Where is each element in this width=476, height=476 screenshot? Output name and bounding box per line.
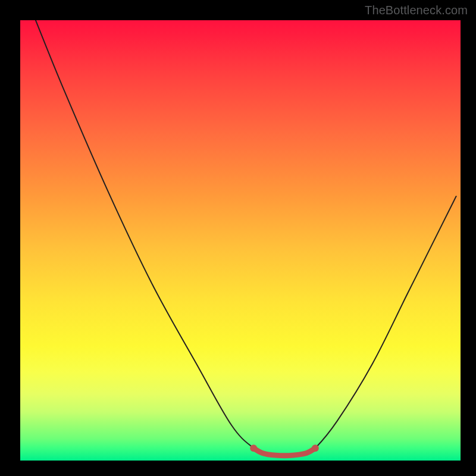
plot-area bbox=[20, 20, 461, 461]
severity-gradient bbox=[20, 20, 461, 461]
watermark: TheBottleneck.com bbox=[365, 4, 468, 17]
chart-stage: TheBottleneck.com bbox=[0, 0, 476, 476]
